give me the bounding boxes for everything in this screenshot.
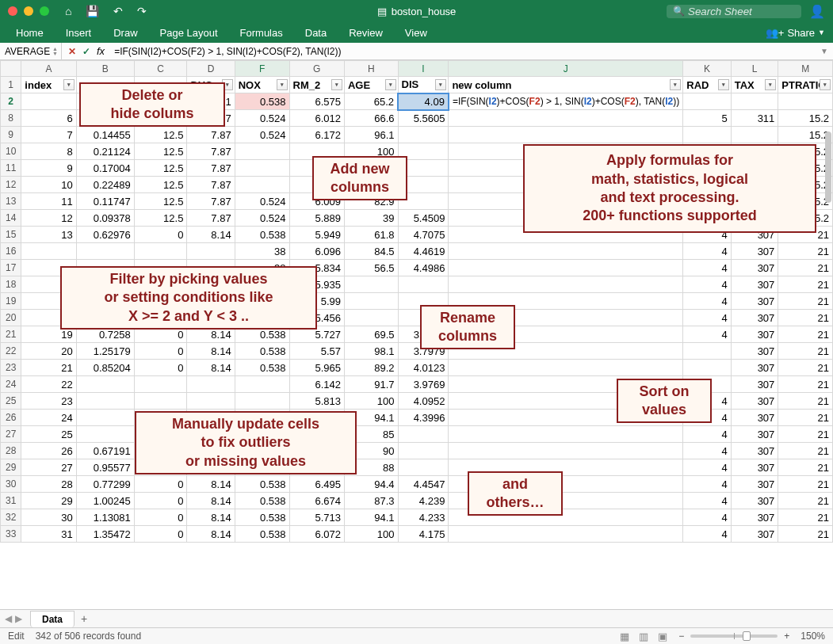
cell[interactable]: 94.1 bbox=[344, 509, 398, 526]
cell[interactable]: 9 bbox=[21, 160, 76, 177]
add-sheet-button[interactable]: + bbox=[75, 612, 94, 625]
header-cell[interactable]: NOX▾ bbox=[235, 77, 289, 93]
cell[interactable] bbox=[449, 127, 683, 143]
row-header[interactable]: 13 bbox=[1, 193, 21, 210]
row-header[interactable]: 30 bbox=[1, 476, 21, 493]
cell[interactable]: 4.7075 bbox=[398, 227, 449, 243]
cell[interactable]: 0.11747 bbox=[76, 193, 134, 210]
search-sheet-box[interactable]: 🔍 bbox=[667, 5, 801, 18]
cell[interactable]: 0 bbox=[134, 360, 187, 376]
cell[interactable]: 0.85204 bbox=[76, 360, 134, 376]
column-header-L[interactable]: L bbox=[731, 61, 778, 77]
header-cell[interactable]: DIS▾ bbox=[398, 77, 449, 93]
sheet-tab-data[interactable]: Data bbox=[30, 611, 75, 627]
close-window-icon[interactable] bbox=[8, 6, 17, 16]
cell[interactable]: 12.5 bbox=[134, 177, 187, 193]
row-header[interactable]: 25 bbox=[1, 393, 21, 410]
column-header-C[interactable]: C bbox=[134, 61, 187, 77]
cell[interactable]: 8.14 bbox=[187, 493, 235, 509]
row-header[interactable]: 20 bbox=[1, 310, 21, 326]
menu-review[interactable]: Review bbox=[349, 27, 383, 39]
cell[interactable]: 12.5 bbox=[134, 210, 187, 227]
cell[interactable]: 307 bbox=[731, 243, 778, 260]
cell[interactable]: 21 bbox=[778, 376, 833, 393]
cell[interactable]: 21 bbox=[778, 310, 833, 326]
cell[interactable]: 7.87 bbox=[187, 127, 235, 143]
cancel-formula-icon[interactable]: ✕ bbox=[68, 46, 76, 57]
cell[interactable]: 4 bbox=[683, 526, 731, 543]
cell[interactable]: 69.5 bbox=[344, 326, 398, 343]
cell[interactable]: 8.14 bbox=[187, 227, 235, 243]
view-page-layout-icon[interactable]: ▥ bbox=[639, 631, 648, 642]
cell[interactable]: 0.538 bbox=[235, 493, 289, 509]
cell[interactable]: 4 bbox=[683, 493, 731, 509]
cell[interactable] bbox=[449, 360, 683, 376]
cell[interactable]: 38 bbox=[235, 243, 289, 260]
row-header[interactable]: 12 bbox=[1, 177, 21, 193]
column-header-G[interactable]: G bbox=[289, 61, 344, 77]
filter-icon[interactable]: ▾ bbox=[765, 79, 776, 90]
cell[interactable] bbox=[76, 410, 134, 426]
cell[interactable]: 5.889 bbox=[289, 210, 344, 227]
cell[interactable] bbox=[76, 243, 134, 260]
row-header[interactable]: 33 bbox=[1, 526, 21, 543]
cell[interactable]: 8.14 bbox=[187, 360, 235, 376]
row-header[interactable]: 24 bbox=[1, 376, 21, 393]
sheet-nav-prev-icon[interactable]: ◀ bbox=[5, 613, 12, 624]
cell[interactable]: 94.4 bbox=[344, 476, 398, 493]
cell[interactable] bbox=[449, 443, 683, 459]
cell[interactable]: 21 bbox=[778, 476, 833, 493]
header-cell[interactable]: TAX▾ bbox=[731, 77, 778, 93]
cell[interactable]: 0.524 bbox=[235, 193, 289, 210]
cell[interactable]: 5 bbox=[683, 110, 731, 127]
cell[interactable]: 0.62976 bbox=[76, 227, 134, 243]
cell[interactable]: 4 bbox=[683, 459, 731, 476]
cell[interactable]: 4 bbox=[683, 326, 731, 343]
cell[interactable]: 3.9769 bbox=[398, 376, 449, 393]
cell[interactable]: 98.1 bbox=[344, 343, 398, 360]
filter-icon[interactable]: ▾ bbox=[331, 79, 342, 90]
cell[interactable]: 89.2 bbox=[344, 360, 398, 376]
cell[interactable]: 0.95577 bbox=[76, 459, 134, 476]
cell[interactable] bbox=[398, 459, 449, 476]
cell[interactable]: 4.4619 bbox=[398, 243, 449, 260]
cell[interactable]: 7.87 bbox=[187, 143, 235, 160]
cell[interactable] bbox=[76, 393, 134, 410]
cell[interactable]: 6.172 bbox=[289, 127, 344, 143]
name-box-stepper-icon[interactable]: ▲▼ bbox=[52, 47, 58, 56]
zoom-slider[interactable] bbox=[690, 634, 778, 638]
maximize-window-icon[interactable] bbox=[40, 6, 49, 16]
row-header[interactable]: 19 bbox=[1, 293, 21, 310]
cell[interactable]: 84.5 bbox=[344, 243, 398, 260]
cell[interactable]: 5.965 bbox=[289, 360, 344, 376]
cell[interactable]: 4.175 bbox=[398, 526, 449, 543]
row-header[interactable]: 26 bbox=[1, 410, 21, 426]
scrollbar-thumb[interactable] bbox=[825, 131, 831, 203]
cell[interactable]: 12.5 bbox=[134, 127, 187, 143]
accept-formula-icon[interactable]: ✓ bbox=[82, 46, 90, 57]
cell[interactable]: 0.524 bbox=[235, 210, 289, 227]
cell[interactable]: 31 bbox=[21, 526, 76, 543]
cell[interactable]: 4.0952 bbox=[398, 393, 449, 410]
cell[interactable]: 21 bbox=[778, 443, 833, 459]
cell[interactable]: 4.4547 bbox=[398, 476, 449, 493]
menu-home[interactable]: Home bbox=[16, 27, 44, 39]
cell[interactable] bbox=[187, 376, 235, 393]
cell[interactable]: 65.2 bbox=[344, 93, 398, 110]
cell[interactable] bbox=[134, 376, 187, 393]
cell[interactable]: 12.5 bbox=[134, 143, 187, 160]
cell[interactable]: 0.538 bbox=[235, 360, 289, 376]
cell[interactable]: 26 bbox=[21, 443, 76, 459]
cell[interactable]: 4 bbox=[683, 509, 731, 526]
save-icon[interactable]: 💾 bbox=[86, 5, 99, 17]
cell[interactable]: 15.2 bbox=[778, 110, 833, 127]
header-cell[interactable]: index▾ bbox=[21, 77, 76, 93]
cell[interactable]: 5.813 bbox=[289, 393, 344, 410]
cell[interactable] bbox=[187, 243, 235, 260]
cell[interactable]: 4.239 bbox=[398, 493, 449, 509]
cell[interactable]: 4 bbox=[683, 443, 731, 459]
cell[interactable]: 307 bbox=[731, 476, 778, 493]
cell[interactable]: 28 bbox=[21, 476, 76, 493]
header-cell[interactable]: PTRATIO▾ bbox=[778, 77, 833, 93]
row-header[interactable]: 27 bbox=[1, 426, 21, 443]
